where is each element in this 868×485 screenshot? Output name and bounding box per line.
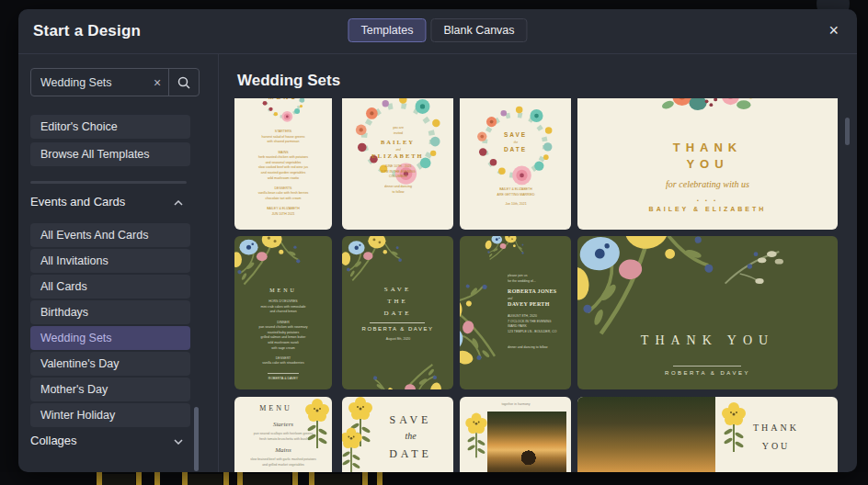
template-card-thank-you-olive[interactable]: THANK YOU ROBERTA & DAVEY [577, 236, 838, 389]
photo-card-caption: together in harmony [460, 401, 571, 407]
thank-line1: THANK [577, 141, 838, 154]
sidebar: × Editor's Choice Browse All Templates E… [18, 53, 219, 472]
section-label: Collages [30, 434, 77, 447]
thank-names: ROBERTA & DAVEY [577, 370, 838, 376]
template-card-thank-you-cream[interactable]: THANK YOU for celebrating with us • • • … [577, 98, 838, 230]
section-lines: pan seared scallops with heirloom greens… [234, 431, 332, 441]
modal-header: Start a Design Templates Blank Canvas × [18, 9, 857, 54]
background-pencil [377, 472, 383, 485]
std-names: ROBERTA & DAVEY [342, 326, 453, 332]
template-card-save-the-date-olive[interactable]: SAVE THE DATE ROBERTA & DAVEY August 8th… [342, 236, 453, 389]
background-pencil [292, 472, 298, 485]
background-photo-fragment [314, 474, 360, 485]
template-gallery: Wedding Sets MENU STARTERS harvest salad… [219, 53, 857, 472]
invite-name: DAVEY PERTH [508, 301, 550, 307]
divider-rule [370, 322, 425, 323]
background-pencil [309, 472, 314, 485]
date-label: DATE [355, 447, 453, 461]
thank-names: BAILEY & ELIZABETH [577, 206, 838, 212]
dots: • • • [577, 197, 838, 203]
invite-intro: please join us for the wedding of... [508, 273, 571, 283]
sidebar-item-all-events-and-cards[interactable]: All Events And Cards [30, 223, 190, 247]
the-label: THE [342, 298, 453, 305]
sidebar-item-browse-all[interactable]: Browse All Templates [30, 142, 190, 166]
thank-script: for celebrating with us [577, 179, 838, 189]
background-photo-fragment [102, 474, 135, 485]
floral-wreath-illustration [472, 102, 558, 188]
std-details: BAILEY & ELIZABETH ARE GETTING MARRIED [460, 186, 571, 197]
section-events-and-cards[interactable]: Events and Cards [30, 195, 190, 213]
thank-line1: THANK [721, 423, 831, 433]
gallery-heading: Wedding Sets [237, 72, 340, 90]
menu-text: STARTERS harvest salad of house greens w… [234, 129, 332, 216]
background-photo-fragment [188, 474, 223, 485]
chevron-up-icon [174, 200, 183, 206]
invite-name: ELIZABETH [342, 152, 453, 159]
tab-group: Templates Blank Canvas [348, 18, 527, 42]
section-script: Starters [234, 421, 332, 428]
menu-text: HORS D'OEUVRES mini crab cakes with remo… [234, 299, 332, 366]
search-box: × [30, 68, 200, 96]
invite-intro: you are invited [342, 125, 453, 135]
template-card-menu-wreath[interactable]: MENU STARTERS harvest salad of house gre… [234, 98, 332, 230]
chevron-down-icon [174, 439, 183, 445]
sidebar-item-wedding-sets[interactable]: Wedding Sets [30, 326, 190, 350]
section-collages[interactable]: Collages [30, 434, 190, 452]
sidebar-item-mothers-day[interactable]: Mother's Day [30, 378, 190, 401]
tab-blank-canvas[interactable]: Blank Canvas [430, 18, 527, 42]
start-design-modal: Start a Design Templates Blank Canvas × … [18, 9, 857, 472]
template-card-save-the-date-wreath[interactable]: SAVE the DATE BAILEY & ELIZABETH ARE GET… [460, 98, 571, 230]
template-card-photo-invitation[interactable]: together in harmony [460, 397, 571, 472]
std-date: August 8th, 2020 [342, 336, 453, 342]
template-card-invitation-wreath[interactable]: you are invited BAILEY and ELIZABETH JUN… [342, 98, 453, 230]
background-pencil [223, 472, 229, 485]
thank-line2: YOU [721, 441, 831, 451]
background-pencil [237, 472, 243, 485]
sidebar-item-winter-holiday[interactable]: Winter Holiday [30, 403, 190, 427]
date-label: DATE [342, 310, 453, 317]
divider-rule [673, 366, 741, 367]
footer-rule [268, 373, 299, 374]
thank-line2: YOU [577, 157, 838, 171]
the-label: the [460, 140, 571, 145]
invite-and: and [508, 296, 571, 301]
close-icon[interactable]: × [828, 19, 839, 41]
background-pencil [97, 472, 102, 485]
sidebar-item-birthdays[interactable]: Birthdays [30, 300, 190, 324]
search-icon[interactable] [169, 76, 199, 89]
section-lines: slow braised beef with garlic mashed pot… [234, 457, 332, 467]
background-pencil [362, 472, 368, 485]
template-card-menu-yellow[interactable]: MENU Starters pan seared scallops with h… [234, 397, 332, 472]
floral-wreath-illustration [258, 98, 308, 124]
invite-name: ROBERTA JONES [508, 288, 556, 294]
template-card-menu-olive[interactable]: MENU HORS D'OEUVRES mini crab cakes with… [234, 236, 332, 389]
section-label: Events and Cards [30, 195, 125, 209]
clear-search-icon[interactable]: × [146, 75, 168, 90]
watercolor-flowers-illustration [577, 236, 736, 385]
tab-templates[interactable]: Templates [348, 18, 426, 42]
std-date: Jun 10th, 2021 [460, 201, 571, 207]
berry-sprig-illustration [715, 242, 789, 291]
desktop-background [0, 472, 868, 485]
sidebar-scrollbar[interactable] [194, 407, 199, 471]
sidebar-item-all-cards[interactable]: All Cards [30, 275, 190, 299]
sidebar-item-valentines-day[interactable]: Valentine's Day [30, 352, 190, 376]
save-label: SAVE [342, 286, 453, 293]
landscape-photo [577, 397, 715, 472]
template-title: MENU [234, 288, 332, 293]
flower-cluster-illustration [656, 98, 761, 130]
gallery-scrollbar[interactable] [845, 118, 850, 145]
menu-names: ROBERTA & DAVEY [234, 376, 332, 381]
template-card-save-the-date-yellow[interactable]: SAVE the DATE [342, 397, 453, 472]
save-label: SAVE [355, 413, 453, 427]
search-input[interactable] [31, 76, 146, 89]
template-card-invitation-olive[interactable]: please join us for the wedding of... ROB… [460, 236, 571, 389]
invite-name: BAILEY [342, 139, 453, 145]
template-card-photo-thank-you[interactable]: THANK YOU [577, 397, 838, 472]
thank-label: THANK YOU [577, 333, 838, 348]
sidebar-item-all-invitations[interactable]: All Invitations [30, 249, 190, 273]
sidebar-item-editors-choice[interactable]: Editor's Choice [30, 115, 190, 139]
couple-photo [487, 412, 566, 472]
background-pencil [136, 472, 142, 485]
the-label: the [355, 431, 453, 441]
